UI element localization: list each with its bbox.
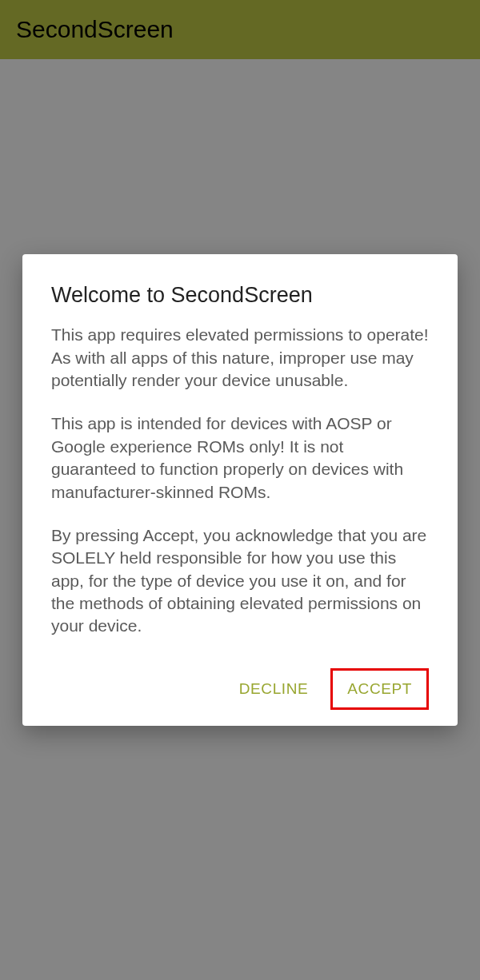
dialog-paragraph-1: This app requires elevated permissions t…	[51, 324, 429, 392]
dialog-scrim[interactable]: Welcome to SecondScreen This app require…	[0, 0, 480, 980]
dialog-body: This app requires elevated permissions t…	[51, 324, 429, 637]
welcome-dialog: Welcome to SecondScreen This app require…	[22, 254, 458, 725]
dialog-actions: DECLINE ACCEPT	[51, 668, 429, 710]
dialog-title: Welcome to SecondScreen	[51, 283, 429, 308]
dialog-paragraph-3: By pressing Accept, you acknowledge that…	[51, 524, 429, 638]
dialog-paragraph-2: This app is intended for devices with AO…	[51, 412, 429, 503]
accept-button[interactable]: ACCEPT	[333, 671, 426, 707]
accept-highlight: ACCEPT	[330, 668, 429, 710]
decline-button[interactable]: DECLINE	[226, 671, 322, 707]
